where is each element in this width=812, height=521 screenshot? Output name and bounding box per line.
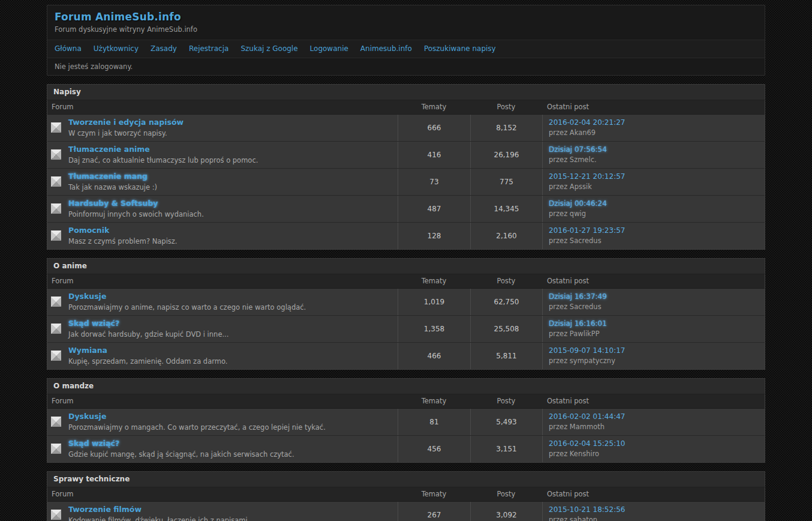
column-header-forum: Forum: [47, 100, 398, 114]
nav-link[interactable]: Animesub.info: [360, 44, 412, 53]
nav-link[interactable]: Rejestracja: [189, 44, 228, 53]
forum-row: Skąd wziąć? Gdzie kupić mangę, skąd ją ś…: [47, 435, 765, 462]
forum-icon: [51, 203, 61, 214]
table-header: Forum Tematy Posty Ostatni post: [47, 487, 765, 502]
last-post-cell: 2016-02-04 20:21:27 przez Akan69: [542, 115, 765, 141]
forum-link[interactable]: Skąd wziąć?: [68, 439, 294, 448]
forum-section: O mandze Forum Tematy Posty Ostatni post…: [47, 378, 765, 463]
last-post-link[interactable]: Dzisiaj 16:16:01: [549, 319, 759, 328]
last-post-author: przez sympatyczny: [549, 357, 759, 365]
nav-link[interactable]: Użytkownicy: [94, 44, 139, 53]
table-header: Forum Tematy Posty Ostatni post: [47, 274, 765, 289]
header-panel: Forum AnimeSub.info Forum dyskusyjne wit…: [47, 5, 765, 76]
table-rows: Dyskusje Porozmawiajmy o mangach. Co war…: [47, 409, 765, 462]
last-post-link[interactable]: Dzisiaj 16:37:49: [549, 292, 759, 301]
column-header-last-post: Ostatni post: [542, 100, 765, 114]
forum-cell: Skąd wziąć? Jak dorwać hardsuby, gdzie k…: [47, 316, 398, 342]
column-header-forum: Forum: [47, 487, 398, 501]
last-post-author: przez Kenshiro: [549, 450, 759, 458]
last-post-link[interactable]: 2015-12-21 20:12:57: [549, 172, 759, 181]
posts-count: 14,345: [470, 196, 542, 222]
column-header-last-post: Ostatni post: [542, 394, 765, 408]
column-header-last-post: Ostatni post: [542, 274, 765, 288]
forum-row: Dyskusje Porozmawiajmy o mangach. Co war…: [47, 409, 765, 435]
topics-count: 487: [398, 196, 470, 222]
forum-section: Napisy Forum Tematy Posty Ostatni post T…: [47, 84, 765, 250]
forum-link[interactable]: Tworzenie i edycja napisów: [68, 118, 184, 127]
forum-section: Sprawy techniczne Forum Tematy Posty Ost…: [47, 471, 765, 521]
forum-text: Tworzenie filmów Kodowanie filmów, dźwię…: [68, 505, 249, 521]
last-post-link[interactable]: 2016-02-04 20:21:27: [549, 118, 759, 127]
forum-description: Porozmawiajmy o mangach. Co warto przecz…: [68, 423, 326, 432]
last-post-link[interactable]: 2015-09-07 14:10:17: [549, 346, 759, 355]
last-post-cell: Dzisiaj 07:56:54 przez Szmelc.: [542, 142, 765, 168]
column-header-posts: Posty: [470, 487, 542, 501]
forum-link[interactable]: Tłumaczenie anime: [68, 145, 258, 154]
nav-link[interactable]: Główna: [55, 44, 82, 53]
last-post-link[interactable]: 2016-02-02 01:44:47: [549, 412, 759, 421]
last-post-link[interactable]: Dzisiaj 00:46:24: [549, 199, 759, 208]
forum-link[interactable]: Wymiana: [68, 346, 227, 355]
column-header-topics: Tematy: [398, 394, 470, 408]
last-post-cell: Dzisiaj 00:46:24 przez qwig: [542, 196, 765, 222]
forum-cell: Tworzenie filmów Kodowanie filmów, dźwię…: [47, 502, 398, 521]
column-header-posts: Posty: [470, 394, 542, 408]
column-header-topics: Tematy: [398, 274, 470, 288]
topics-count: 1,358: [398, 316, 470, 342]
forum-description: Tak jak nazwa wskazuje :): [68, 183, 157, 191]
forum-icon: [51, 149, 61, 160]
column-header-last-post: Ostatni post: [542, 487, 765, 501]
forum-link[interactable]: Hardsuby & Softsuby: [68, 199, 204, 208]
last-post-link[interactable]: 2015-10-21 18:52:56: [549, 505, 759, 514]
nav-link[interactable]: Zasady: [151, 44, 177, 53]
forum-row: Tworzenie filmów Kodowanie filmów, dźwię…: [47, 502, 765, 521]
last-post-link[interactable]: Dzisiaj 07:56:54: [549, 145, 759, 154]
last-post-author: przez sabaton: [549, 516, 759, 521]
forum-icon: [51, 444, 61, 454]
forum-description: Poinformuj innych o swoich wydaniach.: [68, 210, 204, 218]
forum-link[interactable]: Pomocnik: [68, 226, 178, 235]
forum-icon: [51, 297, 61, 307]
forum-description: Gdzie kupić mangę, skąd ją ściągnąć, na …: [68, 450, 294, 459]
topics-count: 456: [398, 436, 470, 462]
forum-text: Skąd wziąć? Jak dorwać hardsuby, gdzie k…: [68, 319, 228, 339]
forum-link[interactable]: Tworzenie filmów: [68, 505, 249, 514]
forum-row: Pomocnik Masz z czymś problem? Napisz. 1…: [47, 222, 765, 249]
column-header-posts: Posty: [470, 100, 542, 114]
forum-cell: Tłumaczenie mang Tak jak nazwa wskazuje …: [47, 169, 398, 195]
last-post-author: przez Sacredus: [549, 303, 759, 311]
table-rows: Tworzenie filmów Kodowanie filmów, dźwię…: [47, 502, 765, 521]
nav-link[interactable]: Szukaj z Google: [240, 44, 297, 53]
title-block: Forum AnimeSub.info Forum dyskusyjne wit…: [47, 5, 765, 40]
forum-link[interactable]: Dyskusje: [68, 292, 306, 301]
forum-text: Dyskusje Porozmawiajmy o mangach. Co war…: [68, 412, 326, 432]
last-post-author: przez qwig: [549, 209, 759, 218]
nav-link[interactable]: Poszukiwane napisy: [424, 44, 496, 53]
posts-count: 775: [470, 169, 542, 195]
last-post-link[interactable]: 2016-01-27 19:23:57: [549, 226, 759, 235]
topics-count: 73: [398, 169, 470, 195]
forum-text: Tworzenie i edycja napisów W czym i jak …: [68, 118, 184, 137]
last-post-cell: 2015-12-21 20:12:57 przez Apssik: [542, 169, 765, 195]
forum-description: Kupię, sprzedam, zamienię. Oddam za darm…: [68, 357, 227, 366]
forum-text: Hardsuby & Softsuby Poinformuj innych o …: [68, 199, 204, 218]
main-nav: GłównaUżytkownicyZasadyRejestracjaSzukaj…: [47, 40, 765, 58]
last-post-link[interactable]: 2016-02-04 15:25:10: [549, 439, 759, 448]
column-header-topics: Tematy: [398, 487, 470, 501]
posts-count: 62,750: [470, 289, 542, 315]
forum-link[interactable]: Skąd wziąć?: [68, 319, 228, 328]
forum-section: O anime Forum Tematy Posty Ostatni post …: [47, 258, 765, 370]
forum-icon: [51, 351, 61, 361]
sections-container: Napisy Forum Tematy Posty Ostatni post T…: [47, 84, 765, 521]
nav-link[interactable]: Logowanie: [310, 44, 348, 53]
forum-description: Jak dorwać hardsuby, gdzie kupić DVD i i…: [68, 330, 228, 339]
last-post-author: przez Szmelc.: [549, 155, 759, 164]
forum-row: Tłumaczenie anime Daj znać, co aktualnie…: [47, 141, 765, 168]
forum-text: Tłumaczenie anime Daj znać, co aktualnie…: [68, 145, 258, 164]
table-rows: Tworzenie i edycja napisów W czym i jak …: [47, 115, 765, 249]
forum-link[interactable]: Tłumaczenie mang: [68, 172, 157, 181]
forum-link[interactable]: Dyskusje: [68, 412, 326, 421]
site-title[interactable]: Forum AnimeSub.info: [55, 11, 757, 23]
posts-count: 25,508: [470, 316, 542, 342]
forum-icon: [51, 122, 61, 133]
